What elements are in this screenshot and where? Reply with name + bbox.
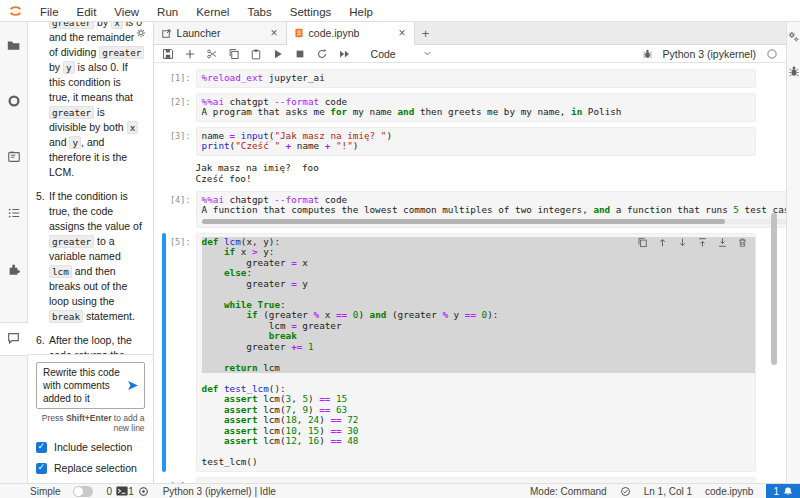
- replace-selection-checkbox[interactable]: [36, 463, 47, 474]
- move-cell-down-icon[interactable]: [677, 237, 688, 248]
- code-token: test cases of the lowest: [739, 204, 786, 215]
- interrupt-kernel-button[interactable]: [294, 48, 306, 60]
- notebook-area[interactable]: [1]:%reload_ext jupyter_ai[2]:%%ai chatg…: [154, 63, 786, 483]
- sidebar-item-command-palette[interactable]: [0, 144, 28, 200]
- notebook-cell[interactable]: [4]:%%ai chatgpt --format codeA function…: [162, 191, 786, 228]
- code-token: ,: [291, 393, 302, 404]
- close-icon[interactable]: ×: [398, 27, 407, 39]
- tab-code-ipynb[interactable]: code.ipynb ×: [287, 22, 415, 45]
- text-span: After the loop, the code returns the val…: [49, 334, 132, 354]
- chat-message: 5.greater by x is 0 and the remainder of…: [36, 22, 145, 180]
- cell-collapser[interactable]: [162, 69, 166, 88]
- restart-kernel-button[interactable]: [316, 48, 328, 60]
- kernel-name[interactable]: Python 3 (ipykernel): [663, 48, 756, 60]
- execution-count[interactable]: [3]:: [169, 127, 196, 156]
- kernel-status[interactable]: Python 3 (ipykernel) | Idle: [163, 486, 276, 497]
- code-line: [202, 447, 755, 458]
- execution-count[interactable]: [1]:: [169, 69, 196, 88]
- menu-file[interactable]: File: [31, 6, 68, 18]
- execution-count[interactable]: [ ]:: [169, 477, 196, 484]
- sidebar-item-running[interactable]: [0, 88, 28, 144]
- left-activity-bar: [0, 22, 28, 483]
- save-button[interactable]: [162, 48, 174, 60]
- menu-settings[interactable]: Settings: [281, 6, 341, 18]
- chat-input-box[interactable]: Rewrite this code with comments added to…: [36, 362, 145, 409]
- cell-editor[interactable]: %%ai chatgpt --format codeA program that…: [196, 93, 756, 122]
- bug-icon[interactable]: [642, 48, 653, 59]
- execution-count[interactable]: [4]:: [169, 191, 196, 228]
- include-selection-checkbox[interactable]: [36, 442, 47, 453]
- menu-run[interactable]: Run: [148, 6, 187, 18]
- copy-cells-button[interactable]: [228, 48, 240, 60]
- cell-editor[interactable]: %%ai chatgpt --format codeA function tha…: [196, 191, 786, 228]
- paste-cells-button[interactable]: [250, 48, 262, 60]
- notebook-cell[interactable]: [1]:%reload_ext jupyter_ai: [162, 69, 786, 88]
- close-icon[interactable]: ×: [270, 27, 279, 39]
- duplicate-cell-icon[interactable]: [637, 237, 648, 248]
- move-cell-up-icon[interactable]: [657, 237, 668, 248]
- delete-cell-icon[interactable]: [737, 237, 748, 248]
- sidebar-item-chat[interactable]: [0, 322, 28, 356]
- chat-message-text: If the condition is true, the code assig…: [49, 189, 145, 324]
- cell-collapser[interactable]: [162, 191, 166, 228]
- notebook-cell[interactable]: [ ]:: [162, 477, 786, 484]
- code-token: ): [386, 130, 392, 141]
- menu-edit[interactable]: Edit: [68, 6, 106, 18]
- code-token: def: [202, 383, 219, 394]
- notebook-cell[interactable]: [2]:%%ai chatgpt --format codeA program …: [162, 93, 786, 122]
- code-token: test_lcm: [224, 383, 269, 394]
- insert-cell-above-icon[interactable]: [697, 237, 708, 248]
- new-tab-button[interactable]: +: [415, 22, 437, 44]
- menu-kernel[interactable]: Kernel: [187, 6, 238, 18]
- send-icon[interactable]: [126, 379, 140, 392]
- menu-tabs[interactable]: Tabs: [238, 6, 280, 18]
- cut-cells-button[interactable]: [206, 48, 218, 60]
- insert-cell-below-icon[interactable]: [717, 237, 728, 248]
- cell-collapser[interactable]: [162, 127, 166, 156]
- simple-mode-toggle[interactable]: [73, 486, 93, 497]
- chat-input[interactable]: Rewrite this code with comments added to…: [43, 366, 126, 405]
- restart-run-all-button[interactable]: [338, 48, 351, 60]
- insert-cell-button[interactable]: [184, 48, 196, 60]
- cursor-position[interactable]: Ln 1, Col 1: [644, 486, 692, 497]
- kernel-status-icon[interactable]: [766, 48, 778, 60]
- code-token: and: [398, 106, 415, 117]
- active-filename: code.ipynb: [705, 486, 753, 497]
- code-token: my name: [347, 106, 397, 117]
- cell-collapser[interactable]: [162, 477, 166, 484]
- sidebar-item-files[interactable]: [0, 32, 28, 88]
- notebook-cell[interactable]: [3]:name = input("Jak masz na imię? ")pr…: [162, 127, 786, 156]
- inline-code: lcm: [49, 265, 72, 278]
- notebook-cell[interactable]: [5]: def lcm(x, y): if x > y: greater = …: [162, 233, 786, 472]
- kernels-count[interactable]: 1: [128, 486, 149, 497]
- notebook-scrollbar[interactable]: [771, 63, 777, 483]
- menu-help[interactable]: Help: [340, 6, 382, 18]
- code-token: 15: [308, 425, 319, 436]
- cell-type-dropdown[interactable]: Code: [371, 48, 433, 60]
- cell-collapser[interactable]: [162, 93, 166, 122]
- execution-count[interactable]: [2]:: [169, 93, 196, 122]
- notification-badge[interactable]: 1: [766, 484, 800, 498]
- sidebar-item-table-of-contents[interactable]: [0, 200, 28, 256]
- property-inspector-icon[interactable]: [787, 30, 800, 43]
- code-token: [202, 393, 224, 404]
- run-button[interactable]: [272, 48, 284, 60]
- tab-launcher[interactable]: Launcher ×: [154, 22, 287, 44]
- code-token: if: [224, 246, 235, 257]
- debugger-bug-icon[interactable]: [788, 65, 800, 77]
- cell-editor[interactable]: name = input("Jak masz na imię? ")print(…: [196, 127, 756, 156]
- sidebar-item-extensions[interactable]: [0, 256, 28, 312]
- code-token: jupyter_ai: [263, 72, 325, 83]
- cell-editor[interactable]: %reload_ext jupyter_ai: [196, 69, 756, 88]
- terminals-count[interactable]: 0: [107, 486, 129, 497]
- execution-count[interactable]: [5]:: [169, 233, 196, 472]
- scrollbar-thumb[interactable]: [771, 213, 777, 365]
- cell-hscrollbar[interactable]: [202, 219, 786, 224]
- chat-settings-gear-icon[interactable]: [135, 27, 147, 39]
- text-span: statement.: [83, 310, 135, 322]
- cell-editor[interactable]: [196, 477, 756, 484]
- cell-collapser[interactable]: [162, 233, 166, 472]
- cell-editor[interactable]: def lcm(x, y): if x > y: greater = x els…: [196, 233, 756, 472]
- hscrollbar-thumb[interactable]: [202, 219, 726, 224]
- menu-view[interactable]: View: [105, 6, 148, 18]
